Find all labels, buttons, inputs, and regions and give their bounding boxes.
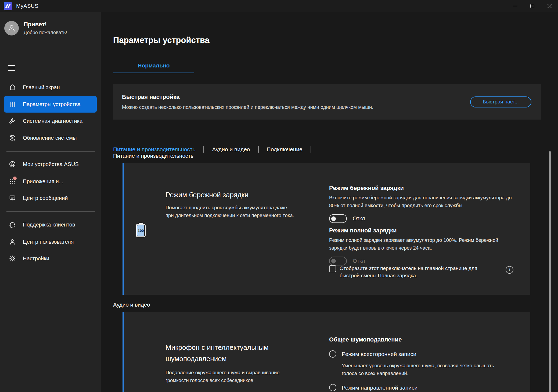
- titlebar: MyASUS: [0, 0, 558, 12]
- gear-icon: [9, 255, 16, 262]
- settings-subtabs: Питание и производительность Аудио и вид…: [113, 146, 319, 153]
- sidebar-item-diagnostics[interactable]: Системная диагностика: [4, 113, 97, 129]
- wrench-icon: [9, 117, 16, 125]
- greeting-title: Привет!: [24, 21, 67, 28]
- battery-care-card: 100 Режим бережной зарядки Помогает прод…: [123, 163, 530, 295]
- sidebar-divider: [6, 211, 95, 212]
- sidebar-item-message-center[interactable]: Центр сообщений: [4, 190, 97, 206]
- subtab-separator: [203, 146, 204, 153]
- noise-cancel-heading: Общее шумоподавление: [329, 336, 523, 343]
- sidebar-item-label: Параметры устройства: [23, 101, 81, 107]
- info-icon[interactable]: i: [506, 266, 513, 274]
- sidebar-item-label: Мои устройства ASUS: [23, 161, 79, 167]
- sidebar-item-label: Поддержка клиентов: [23, 222, 75, 228]
- full-charge-toggle[interactable]: [329, 257, 347, 265]
- battery-icon: 100: [136, 223, 146, 237]
- minimize-button[interactable]: [506, 0, 524, 12]
- battery-care-summary: Режим бережной зарядки Помогает продлить…: [165, 191, 297, 219]
- show-on-home-label: Отобразите этот переключатель на главной…: [340, 265, 498, 279]
- microphone-title: Микрофон с интеллектуальным шумоподавлен…: [165, 342, 289, 364]
- full-charge-state: Откл: [353, 258, 365, 264]
- sidebar-item-system-update[interactable]: Обновление системы: [4, 130, 97, 146]
- vertical-scrollbar[interactable]: [549, 151, 551, 392]
- audio-section-heading: Аудио и видео: [113, 301, 150, 308]
- maximize-icon: [530, 4, 534, 8]
- sidebar-divider: [6, 151, 95, 152]
- sidebar-item-label: Системная диагностика: [23, 118, 82, 124]
- show-on-home-checkbox[interactable]: [329, 265, 336, 272]
- battery-percent-value: 100: [138, 229, 144, 233]
- battery-care-setting: Режим бережной зарядки Включите режим бе…: [329, 185, 523, 223]
- sidebar-item-label: Главный экран: [23, 84, 60, 91]
- care-mode-title: Режим бережной зарядки: [329, 185, 523, 192]
- apps-grid-icon: [9, 178, 16, 185]
- battery-care-description: Помогает продлить срок службы аккумулято…: [165, 204, 294, 219]
- headset-icon: [9, 221, 16, 228]
- sidebar-item-label: Приложения и...: [23, 178, 63, 185]
- directional-record-option: Режим направленной записи: [329, 384, 523, 391]
- quick-settings-card: Быстрая настройка Можно создать нескольк…: [113, 84, 541, 120]
- sidebar-item-settings[interactable]: Настройки: [4, 250, 97, 267]
- omni-record-description: Уменьшает уровень окружающего шума, позв…: [342, 362, 496, 377]
- sidebar-item-label: Обновление системы: [23, 135, 77, 141]
- sidebar-item-label: Центр сообщений: [23, 195, 68, 201]
- greeting-block[interactable]: Привет! Добро пожаловать!: [4, 21, 67, 35]
- sidebar-item-apps[interactable]: Приложения и...: [4, 173, 97, 190]
- full-charge-setting: Режим полной зарядки Режим полной зарядк…: [329, 227, 523, 265]
- power-section-heading: Питание и производительность: [113, 153, 193, 159]
- battery-care-title: Режим бережной зарядки: [165, 191, 297, 199]
- care-mode-description: Включите режим бережной зарядки для огра…: [329, 194, 512, 209]
- sliders-icon: [9, 100, 16, 108]
- audio-video-card: Микрофон с интеллектуальным шумоподавлен…: [123, 312, 530, 392]
- subtab-connectivity[interactable]: Подключение: [267, 146, 303, 153]
- user-icon: [7, 24, 16, 33]
- asus-device-icon: [9, 160, 16, 168]
- omni-record-radio[interactable]: [329, 350, 336, 358]
- update-icon: [9, 134, 16, 142]
- main-content: Параметры устройства Нормально Быстрая н…: [101, 12, 558, 392]
- show-on-home-option: Отобразите этот переключатель на главной…: [329, 265, 498, 279]
- notification-badge: [13, 177, 17, 180]
- care-mode-state: Откл: [353, 215, 365, 222]
- close-button[interactable]: [541, 0, 558, 12]
- sidebar-item-label: Центр пользователя: [23, 239, 74, 245]
- subtab-separator: [311, 146, 311, 153]
- subtab-power-performance[interactable]: Питание и производительность: [113, 146, 195, 153]
- sidebar-item-customer-support[interactable]: Поддержка клиентов: [4, 216, 97, 233]
- sidebar: Привет! Добро пожаловать! Главный экран …: [0, 12, 101, 392]
- app-title: MyASUS: [16, 3, 38, 9]
- sidebar-item-user-center[interactable]: Центр пользователя: [4, 233, 97, 250]
- avatar: [4, 21, 19, 35]
- microphone-summary: Микрофон с интеллектуальным шумоподавлен…: [165, 342, 305, 392]
- sidebar-item-label: Настройки: [23, 256, 49, 262]
- sidebar-item-home[interactable]: Главный экран: [4, 79, 97, 96]
- directional-record-label: Режим направленной записи: [342, 384, 417, 391]
- quick-settings-title: Быстрая настройка: [122, 93, 373, 100]
- close-icon: [547, 4, 552, 8]
- directional-record-radio[interactable]: [329, 384, 336, 391]
- sidebar-item-my-devices[interactable]: Мои устройства ASUS: [4, 156, 97, 172]
- noise-cancel-settings: Общее шумоподавление Режим всесторонней …: [329, 336, 523, 391]
- tab-normal-profile[interactable]: Нормально: [113, 62, 194, 73]
- page-title: Параметры устройства: [113, 35, 210, 45]
- subtab-audio-video[interactable]: Аудио и видео: [212, 146, 250, 153]
- quick-settings-description: Можно создать несколько пользовательских…: [122, 104, 373, 110]
- quick-settings-button[interactable]: Быстрая наст...: [470, 96, 531, 107]
- myasus-logo-icon: [4, 2, 12, 10]
- care-mode-toggle[interactable]: [329, 214, 347, 223]
- person-icon: [9, 238, 16, 246]
- maximize-button[interactable]: [524, 0, 541, 12]
- full-charge-description: Режим полной зарядки заряжает аккумулято…: [329, 236, 517, 252]
- hamburger-menu-button[interactable]: [8, 64, 17, 71]
- minimize-icon: [513, 6, 517, 6]
- omni-record-option: Режим всесторонней записи: [329, 350, 523, 358]
- greeting-subtitle: Добро пожаловать!: [24, 30, 67, 35]
- home-icon: [9, 84, 16, 91]
- message-icon: [9, 194, 16, 202]
- subtab-separator: [258, 146, 259, 153]
- microphone-description: Подавление окружающего шума и выравниван…: [165, 369, 294, 384]
- omni-record-label: Режим всесторонней записи: [342, 351, 416, 357]
- full-charge-title: Режим полной зарядки: [329, 227, 523, 234]
- sidebar-item-device-settings[interactable]: Параметры устройства: [4, 96, 97, 113]
